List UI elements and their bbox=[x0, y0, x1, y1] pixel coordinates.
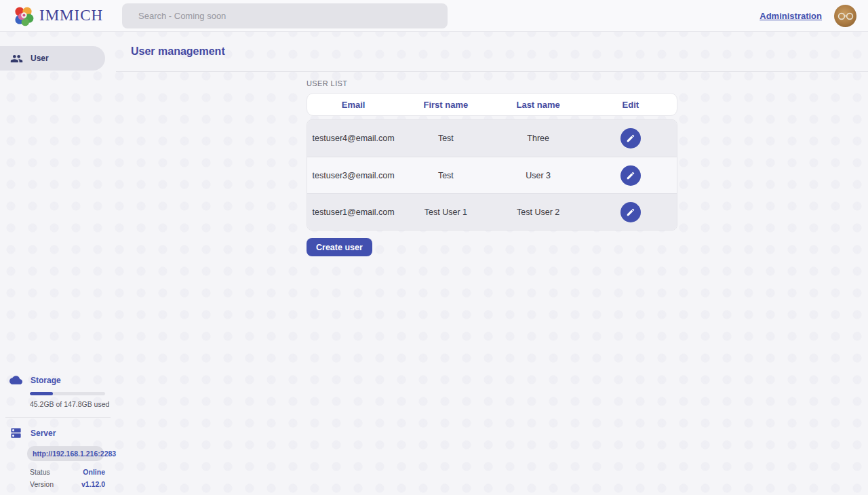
page-title: User management bbox=[131, 45, 225, 58]
cell-email: testuser3@email.com bbox=[307, 171, 399, 180]
cell-last-name: Three bbox=[492, 134, 585, 143]
cell-last-name: Test User 2 bbox=[492, 207, 585, 217]
storage-progress-fill bbox=[30, 392, 53, 395]
sidebar: User Storage 45.2GB of 147.8GB used Serv… bbox=[0, 32, 116, 495]
app-title: IMMICH bbox=[39, 7, 103, 24]
server-title: Server bbox=[31, 429, 56, 438]
administration-link[interactable]: Administration bbox=[760, 11, 822, 21]
server-url: http://192.168.1.216:2283 bbox=[27, 446, 104, 461]
status-label: Status bbox=[30, 468, 50, 476]
cloud-icon bbox=[9, 374, 22, 387]
create-user-button[interactable]: Create user bbox=[307, 238, 372, 256]
topbar: IMMICH Administration bbox=[0, 0, 868, 32]
edit-user-button[interactable] bbox=[620, 165, 641, 186]
edit-user-button[interactable] bbox=[620, 128, 641, 148]
pencil-icon bbox=[626, 207, 635, 217]
server-version-row: Version v1.12.0 bbox=[30, 480, 105, 488]
cell-first-name: Test User 1 bbox=[399, 207, 492, 217]
cell-email: testuser4@email.com bbox=[307, 134, 399, 143]
storage-widget-header: Storage bbox=[0, 374, 116, 387]
status-value: Online bbox=[83, 468, 105, 476]
sidebar-divider bbox=[5, 417, 111, 418]
version-value: v1.12.0 bbox=[81, 480, 105, 488]
column-header-first-name: First name bbox=[399, 100, 492, 110]
cell-email: testuser1@email.com bbox=[307, 207, 399, 217]
user-avatar[interactable] bbox=[834, 5, 856, 27]
storage-progress-bar bbox=[30, 392, 105, 395]
sidebar-item-label: User bbox=[31, 54, 49, 63]
version-label: Version bbox=[30, 480, 54, 488]
pencil-icon bbox=[626, 171, 635, 180]
server-status-row: Status Online bbox=[30, 468, 105, 476]
cell-last-name: User 3 bbox=[492, 171, 585, 180]
table-row: testuser1@email.com Test User 1 Test Use… bbox=[307, 193, 677, 230]
table-row: testuser3@email.com Test User 3 bbox=[307, 157, 677, 193]
cell-first-name: Test bbox=[399, 171, 492, 180]
main-content: User management USER LIST Email First na… bbox=[116, 32, 868, 495]
pencil-icon bbox=[626, 134, 635, 143]
sidebar-footer: Storage 45.2GB of 147.8GB used Server ht… bbox=[0, 374, 116, 488]
page-title-bar: User management bbox=[116, 32, 868, 72]
edit-user-button[interactable] bbox=[620, 202, 641, 222]
table-row: testuser4@email.com Test Three bbox=[307, 120, 677, 157]
sidebar-item-user[interactable]: User bbox=[0, 46, 105, 71]
storage-usage-text: 45.2GB of 147.8GB used bbox=[30, 400, 116, 408]
immich-logo[interactable]: IMMICH bbox=[12, 5, 103, 27]
group-icon bbox=[10, 52, 23, 65]
column-header-email: Email bbox=[307, 100, 399, 110]
server-widget-header: Server bbox=[0, 427, 116, 439]
immich-flower-icon bbox=[12, 5, 35, 27]
column-header-last-name: Last name bbox=[492, 100, 585, 110]
cell-first-name: Test bbox=[399, 134, 492, 143]
user-table-header: Email First name Last name Edit bbox=[307, 93, 677, 116]
glasses-icon bbox=[837, 12, 854, 20]
user-table-body: testuser4@email.com Test Three testuser3… bbox=[307, 119, 677, 231]
column-header-edit: Edit bbox=[585, 100, 677, 110]
dns-icon bbox=[9, 427, 22, 439]
search-input[interactable] bbox=[122, 3, 448, 28]
user-list-heading: USER LIST bbox=[307, 79, 677, 87]
storage-title: Storage bbox=[31, 376, 61, 385]
